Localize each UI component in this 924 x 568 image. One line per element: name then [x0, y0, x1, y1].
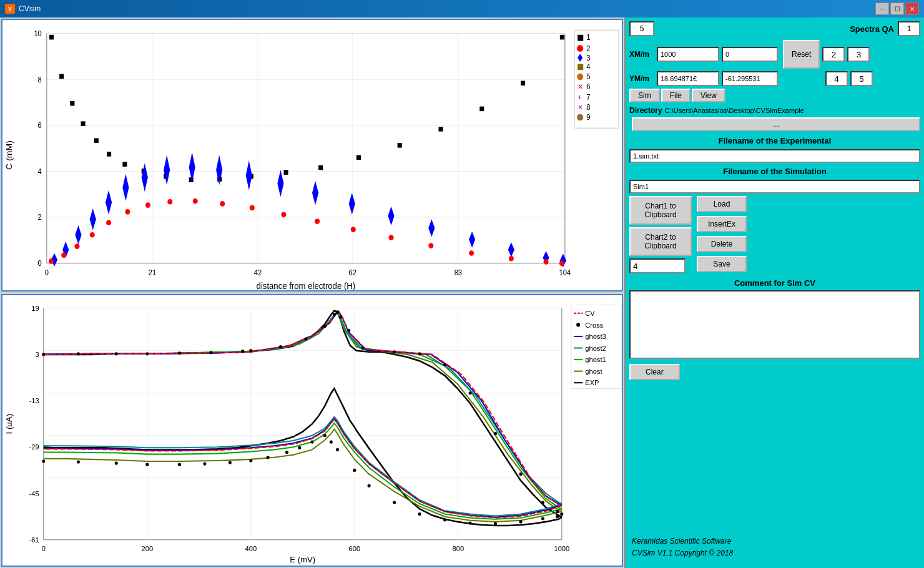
comment-textarea[interactable]	[629, 290, 920, 359]
svg-text:EXP: EXP	[585, 379, 599, 386]
svg-point-85	[509, 256, 514, 262]
svg-point-82	[388, 235, 393, 240]
svg-point-145	[323, 325, 327, 328]
chart1-clipboard-button[interactable]: Chart1 to Clipboard	[629, 196, 692, 225]
svg-point-181	[145, 463, 149, 466]
svg-point-159	[560, 512, 563, 516]
exp-filename-input[interactable]	[629, 149, 920, 163]
svg-point-188	[576, 323, 580, 326]
svg-text:10: 10	[34, 30, 41, 37]
load-button[interactable]: Load	[697, 196, 747, 212]
svg-point-77	[220, 201, 225, 207]
svg-point-79	[281, 212, 286, 217]
load-save-col: Load InsertEx Delete Save	[697, 196, 747, 273]
svg-text:-61: -61	[29, 536, 39, 544]
spectra-qa-input[interactable]	[898, 21, 920, 36]
svg-point-177	[249, 459, 252, 462]
browse-button[interactable]: ...	[632, 117, 920, 131]
svg-text:-29: -29	[29, 443, 39, 451]
svg-text:9: 9	[586, 114, 590, 121]
svg-point-138	[145, 352, 149, 355]
svg-point-163	[494, 522, 497, 525]
svg-point-168	[368, 484, 371, 487]
main-container: 10 8 6 4 2 0 0 21 42 62 83 104 C (mM) di…	[0, 17, 924, 568]
num5-input[interactable]	[850, 71, 873, 86]
svg-point-68	[49, 258, 54, 264]
svg-rect-89	[578, 35, 583, 41]
svg-point-171	[330, 440, 333, 443]
svg-point-76	[193, 198, 198, 204]
svg-rect-43	[398, 143, 402, 148]
svg-point-78	[250, 205, 255, 211]
svg-text:4: 4	[586, 63, 591, 71]
spectra-row: Spectra QA	[629, 21, 920, 36]
svg-point-169	[353, 469, 356, 472]
svg-point-154	[469, 391, 472, 394]
svg-rect-30	[70, 101, 74, 106]
insertex-button[interactable]: InsertEx	[697, 216, 747, 232]
xm-value2-input[interactable]	[722, 47, 778, 62]
svg-rect-29	[59, 74, 64, 79]
dir-label: Directory	[629, 106, 662, 115]
num3-input[interactable]	[847, 47, 870, 62]
svg-point-155	[494, 432, 497, 435]
sidebar: Spectra QA XM/m Reset YM/m Sim File	[624, 17, 924, 568]
file-menu-button[interactable]: File	[661, 89, 691, 102]
svg-point-176	[267, 456, 270, 459]
svg-point-172	[323, 434, 327, 437]
directory-row: Directory C:\Users\Anastasios\Desktop\CV…	[629, 106, 920, 115]
menu-row: Sim File View	[629, 89, 920, 102]
svg-text:200: 200	[142, 545, 154, 552]
svg-text:19: 19	[31, 305, 39, 312]
svg-rect-32	[94, 138, 99, 143]
sim-filename-input[interactable]	[629, 180, 920, 193]
minimize-button[interactable]: −	[875, 2, 889, 15]
action-area: Chart1 to Clipboard Chart2 to Clipboard …	[629, 196, 920, 273]
ym-row: YM/m	[629, 71, 920, 86]
svg-point-157	[541, 501, 544, 504]
svg-point-142	[249, 349, 252, 352]
sim-num-input[interactable]	[629, 258, 686, 273]
save-button[interactable]: Save	[697, 256, 747, 272]
svg-point-74	[145, 202, 150, 208]
copyright-line1: Keramidas Scientific Software	[632, 536, 918, 547]
view-menu-button[interactable]: View	[692, 89, 725, 102]
svg-text:✕: ✕	[578, 104, 584, 111]
svg-text:ghost3: ghost3	[585, 333, 606, 340]
svg-text:1: 1	[586, 34, 590, 41]
svg-rect-42	[356, 155, 361, 160]
ym-value2-input[interactable]	[722, 71, 778, 86]
svg-point-175	[285, 451, 288, 454]
num2-input[interactable]	[822, 47, 845, 62]
ym-value1-input[interactable]	[657, 71, 719, 86]
svg-point-184	[42, 459, 45, 463]
svg-point-146	[333, 313, 336, 316]
svg-point-83	[428, 243, 433, 248]
svg-text:ghost1: ghost1	[585, 356, 606, 363]
svg-point-80	[315, 218, 320, 224]
clear-button[interactable]: Clear	[629, 364, 680, 380]
svg-rect-44	[438, 127, 443, 132]
svg-point-105	[577, 114, 583, 120]
chart2-clipboard-button[interactable]: Chart2 to Clipboard	[629, 227, 692, 256]
xm-value1-input[interactable]	[657, 47, 719, 62]
exp-filename-header: Filename of the Experimental	[629, 135, 920, 147]
delete-button[interactable]: Delete	[697, 236, 747, 252]
svg-point-69	[61, 252, 66, 258]
svg-text:8: 8	[38, 76, 42, 83]
svg-point-179	[203, 463, 206, 466]
svg-point-144	[304, 338, 307, 341]
svg-text:1000: 1000	[554, 545, 569, 552]
reset-button[interactable]: Reset	[783, 40, 820, 69]
num4-input[interactable]	[825, 71, 848, 86]
maximize-button[interactable]: ☐	[890, 2, 904, 15]
copyright-line2: CVSim V1.1 Copyright © 2018	[632, 547, 918, 559]
window-controls[interactable]: − ☐ ✕	[875, 2, 919, 15]
svg-text:7: 7	[586, 93, 590, 100]
svg-text:62: 62	[349, 269, 356, 277]
series-number-input[interactable]	[629, 21, 654, 36]
chart-clipboard-col: Chart1 to Clipboard Chart2 to Clipboard	[629, 196, 692, 273]
svg-point-73	[125, 209, 130, 215]
close-button[interactable]: ✕	[905, 2, 919, 15]
sim-menu-button[interactable]: Sim	[629, 89, 660, 102]
